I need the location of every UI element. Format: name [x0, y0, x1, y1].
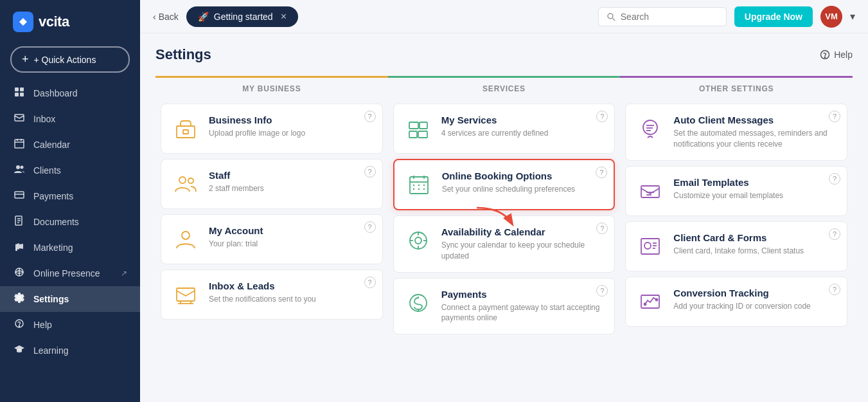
business-info-title: Business Info — [209, 114, 372, 125]
svg-rect-2 — [15, 93, 19, 96]
sidebar-item-documents[interactable]: Documents — [0, 209, 140, 235]
dashboard-icon — [13, 87, 26, 100]
online-presence-icon — [13, 267, 26, 280]
business-info-card[interactable]: Business Info Upload profile image or lo… — [161, 104, 383, 154]
svg-rect-4 — [15, 114, 24, 121]
inbox-leads-card[interactable]: Inbox & Leads Set the notifications sent… — [161, 270, 383, 320]
sidebar-label-settings: Settings — [33, 294, 69, 304]
svg-rect-5 — [15, 140, 24, 148]
svg-rect-17 — [15, 248, 17, 251]
online-booking-content: Online Booking Options Set your online s… — [442, 170, 604, 195]
sidebar-logo: vcita — [0, 0, 140, 44]
business-info-desc: Upload profile image or logo — [209, 128, 372, 139]
svg-point-72 — [656, 298, 658, 300]
topbar: ‹ Back 🚀 Getting started × Upgrade Now V… — [140, 0, 868, 33]
sidebar-label-help: Help — [33, 320, 52, 330]
rocket-icon: 🚀 — [198, 12, 209, 22]
conversion-tracking-card[interactable]: Conversion Tracking Add your tracking ID… — [625, 277, 847, 327]
svg-line-23 — [612, 18, 615, 21]
sidebar-label-inbox: Inbox — [33, 114, 55, 124]
help-label: Help — [834, 50, 853, 60]
sidebar-item-learning[interactable]: Learning — [0, 338, 140, 363]
availability-calendar-card[interactable]: Availability & Calendar Sync your calend… — [393, 215, 616, 273]
page-title: Settings — [155, 46, 211, 63]
payments-settings-help[interactable]: ? — [596, 285, 608, 297]
email-templates-title: Email Templates — [673, 177, 837, 188]
user-avatar[interactable]: VM — [820, 6, 842, 28]
settings-header: Settings Help — [155, 46, 853, 63]
sidebar-item-help[interactable]: Help — [0, 312, 140, 338]
payments-settings-title: Payments — [441, 289, 605, 300]
logo-icon — [13, 12, 33, 32]
inbox-leads-help[interactable]: ? — [364, 277, 376, 288]
email-templates-icon — [636, 177, 664, 205]
svg-point-25 — [825, 57, 826, 57]
online-booking-card[interactable]: Online Booking Options Set your online s… — [393, 159, 616, 210]
sidebar-item-inbox[interactable]: Inbox — [0, 106, 140, 132]
client-card-forms-card[interactable]: Client Card & Forms Client card, Intake … — [625, 221, 847, 271]
svg-rect-11 — [15, 192, 24, 198]
back-button[interactable]: ‹ Back — [153, 12, 179, 22]
svg-point-9 — [16, 165, 20, 169]
sidebar-item-dashboard[interactable]: Dashboard — [0, 80, 140, 106]
staff-card[interactable]: Staff 2 staff members ? — [161, 159, 383, 209]
user-dropdown-icon[interactable]: ▾ — [850, 10, 855, 23]
payments-settings-desc: Connect a payment gateway to start accep… — [441, 302, 605, 324]
my-services-help[interactable]: ? — [596, 111, 608, 122]
staff-desc: 2 staff members — [209, 183, 372, 194]
business-info-help[interactable]: ? — [364, 111, 376, 122]
staff-title: Staff — [209, 170, 372, 181]
clients-icon — [13, 164, 26, 177]
sidebar-item-clients[interactable]: Clients — [0, 158, 140, 183]
logo-text: vcita — [39, 14, 69, 30]
inbox-leads-title: Inbox & Leads — [209, 280, 372, 291]
help-button[interactable]: Help — [820, 50, 853, 60]
svg-point-30 — [182, 232, 190, 239]
svg-rect-1 — [20, 87, 24, 91]
my-services-card[interactable]: My Services 4 services are currently def… — [393, 104, 616, 154]
online-booking-help[interactable]: ? — [596, 167, 607, 178]
main-content: ‹ Back 🚀 Getting started × Upgrade Now V… — [140, 0, 868, 402]
staff-help[interactable]: ? — [364, 166, 376, 178]
payments-settings-icon — [404, 289, 432, 317]
email-templates-help[interactable]: ? — [829, 173, 840, 185]
svg-rect-3 — [20, 93, 24, 96]
plus-icon: + — [22, 53, 29, 66]
auto-messages-card[interactable]: Auto Client Messages Set the automated m… — [625, 104, 847, 161]
auto-messages-help[interactable]: ? — [829, 111, 840, 122]
tab-close-button[interactable]: × — [278, 11, 287, 23]
sidebar-label-learning: Learning — [33, 345, 69, 356]
email-templates-card[interactable]: Email Templates Customize your email tem… — [625, 166, 847, 216]
conversion-tracking-help[interactable]: ? — [829, 284, 840, 295]
sidebar-item-calendar[interactable]: Calendar — [0, 132, 140, 158]
inbox-icon — [13, 113, 26, 125]
inbox-leads-icon — [172, 280, 200, 309]
getting-started-tab[interactable]: 🚀 Getting started × — [186, 6, 298, 27]
quick-actions-button[interactable]: + + Quick Actions — [10, 46, 130, 73]
sidebar-item-online-presence[interactable]: Online Presence ↗ — [0, 260, 140, 286]
search-input[interactable] — [621, 12, 717, 22]
account-desc: Your plan: trial — [209, 239, 372, 250]
my-services-content: My Services 4 services are currently def… — [441, 114, 605, 139]
svg-rect-35 — [409, 122, 418, 129]
svg-point-66 — [644, 242, 651, 249]
auto-messages-content: Auto Client Messages Set the automated m… — [673, 114, 837, 150]
back-label: Back — [159, 12, 179, 22]
client-card-help[interactable]: ? — [829, 228, 840, 240]
svg-point-28 — [179, 177, 186, 183]
sidebar-item-payments[interactable]: Payments — [0, 183, 140, 209]
my-account-card[interactable]: My Account Your plan: trial ? — [161, 214, 383, 264]
svg-rect-27 — [183, 130, 188, 134]
sidebar-label-clients: Clients — [33, 165, 61, 176]
account-help[interactable]: ? — [364, 221, 376, 233]
services-column: SERVICES My Services 4 services are curr… — [388, 76, 621, 337]
online-booking-desc: Set your online scheduling preferences — [442, 184, 604, 195]
sidebar-item-marketing[interactable]: Marketing — [0, 235, 140, 260]
payments-settings-card[interactable]: Payments Connect a payment gateway to st… — [393, 278, 616, 335]
settings-icon — [13, 293, 26, 306]
svg-rect-31 — [177, 288, 195, 301]
availability-help[interactable]: ? — [596, 223, 608, 234]
sidebar-label-payments: Payments — [33, 191, 73, 201]
upgrade-button[interactable]: Upgrade Now — [734, 6, 813, 27]
sidebar-item-settings[interactable]: Settings — [0, 286, 140, 312]
